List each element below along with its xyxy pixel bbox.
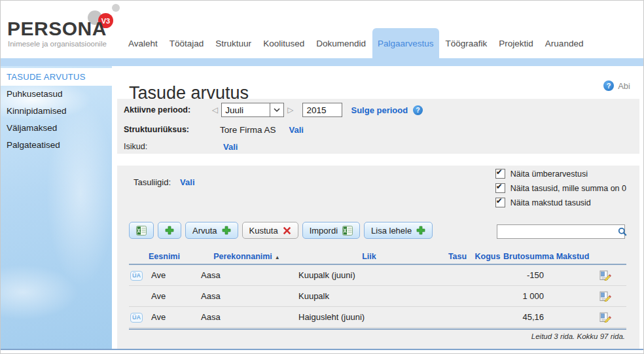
- tab-toograafik[interactable]: Töögraafik: [440, 28, 493, 58]
- logo-dot-small: [112, 4, 120, 12]
- checkbox-label: Näita ümberarvestusi: [510, 169, 588, 179]
- filter-checkboxes: Näita ümberarvestusi Näita tasusid, mill…: [495, 169, 626, 207]
- column-header-liik[interactable]: Liik: [295, 252, 443, 261]
- month-select[interactable]: Juuli: [221, 103, 284, 117]
- checkbox-label: Näita makstud tasusid: [510, 198, 591, 207]
- import-button[interactable]: Impordi: [302, 222, 360, 239]
- cell-first-name: Ave: [149, 312, 198, 322]
- column-header-brutosumma[interactable]: Brutosumma: [503, 252, 553, 261]
- help-icon: ?: [603, 80, 614, 91]
- tab-koolitused[interactable]: Koolitused: [258, 28, 310, 58]
- add-row-button[interactable]: [158, 222, 181, 239]
- top-bar: V3 PERSONA Inimesele ja organisatsioonil…: [1, 1, 643, 58]
- cell-gross-sum: -150: [503, 270, 553, 280]
- excel-icon: [342, 226, 353, 236]
- column-header-kogus[interactable]: Kogus: [472, 252, 503, 261]
- add-to-sheet-button[interactable]: Lisa lehele: [364, 222, 433, 239]
- plus-icon: [222, 226, 231, 235]
- checkbox-label: Näita tasusid, mille summa on 0: [510, 184, 626, 193]
- sidebar-item-kinnipidamised[interactable]: Kinnipidamised: [1, 103, 112, 120]
- period-panel: Aktiivne periood: ◁ Juuli ▷ Sulge perioo…: [117, 99, 639, 154]
- table-header-row: Eesnimi Perekonnanimi▲ Liik Tasu Kogus B…: [129, 249, 626, 265]
- checkbox-show-recalculations[interactable]: Näita ümberarvestusi: [495, 169, 626, 179]
- tab-dokumendid[interactable]: Dokumendid: [311, 28, 371, 58]
- tab-tootajad[interactable]: Töötajad: [164, 28, 209, 58]
- column-header-tasu[interactable]: Tasu: [443, 252, 472, 261]
- table-row: Ave Aasa Kuupalk 1 000: [129, 286, 626, 307]
- main-content: Tasude arvutus ? Abi Aktiivne periood: ◁…: [112, 66, 644, 349]
- cell-last-name: Aasa: [198, 270, 295, 280]
- sidebar-item-valjamaksed[interactable]: Väljamaksed: [1, 120, 112, 137]
- previous-period-icon[interactable]: ◁: [212, 105, 218, 115]
- sidebar-item-tasude-arvutus[interactable]: TASUDE ARVUTUS: [1, 68, 112, 86]
- search-box: [497, 224, 625, 239]
- app-window: V3 PERSONA Inimesele ja organisatsioonil…: [0, 0, 644, 354]
- close-period-help-icon[interactable]: ?: [413, 105, 423, 115]
- checkbox-show-paid[interactable]: Näita makstud tasusid: [495, 198, 626, 207]
- column-header-makstud[interactable]: Makstud: [553, 252, 592, 261]
- checkbox-icon[interactable]: [495, 183, 505, 193]
- search-icon[interactable]: [618, 227, 627, 236]
- cell-first-name: Ave: [149, 291, 198, 301]
- next-period-icon[interactable]: ▷: [287, 105, 293, 115]
- results-table: Eesnimi Perekonnanimi▲ Liik Tasu Kogus B…: [129, 249, 626, 340]
- delete-x-icon: [283, 226, 291, 235]
- close-period-link[interactable]: Sulge periood: [351, 105, 408, 115]
- structural-unit-choose-link[interactable]: Vali: [289, 125, 304, 135]
- tab-struktuur[interactable]: Struktuur: [210, 28, 257, 58]
- brand-logo: V3 PERSONA Inimesele ja organisatsioonil…: [7, 2, 132, 54]
- delete-button[interactable]: Kustuta: [242, 222, 298, 239]
- cell-type: Kuupalk: [295, 291, 443, 301]
- recalculation-badge: ÜA: [130, 271, 143, 281]
- pay-types-choose-link[interactable]: Vali: [180, 177, 194, 187]
- brand-tagline: Inimesele ja organisatsioonile: [8, 40, 107, 48]
- tab-projektid[interactable]: Projektid: [493, 28, 539, 58]
- sidebar-item-palgateatised[interactable]: Palgateatised: [1, 137, 112, 154]
- cell-gross-sum: 45,16: [503, 312, 553, 322]
- cell-last-name: Aasa: [198, 291, 295, 301]
- structural-unit-row: Struktuuriüksus: Tore Firma AS Vali: [124, 123, 304, 136]
- edit-row-icon[interactable]: [592, 291, 626, 302]
- edit-row-icon[interactable]: [592, 312, 626, 323]
- toolbar: Arvuta Kustuta Impordi Lisa lehele: [129, 222, 433, 239]
- column-header-eesnimi[interactable]: Eesnimi: [149, 252, 198, 261]
- tab-avaleht[interactable]: Avaleht: [123, 28, 163, 58]
- import-label: Impordi: [310, 226, 338, 236]
- tab-aruanded[interactable]: Aruanded: [540, 28, 589, 58]
- plus-icon: [165, 226, 174, 235]
- edit-row-icon[interactable]: [592, 270, 626, 281]
- add-to-sheet-label: Lisa lehele: [371, 226, 412, 236]
- column-header-perekonnanimi[interactable]: Perekonnanimi▲: [198, 252, 295, 261]
- table-row: ÜA Ave Aasa Kuupalk (juuni) -150: [129, 265, 626, 286]
- recalculation-badge: ÜA: [130, 313, 143, 323]
- brand-name: PERSONA: [7, 18, 107, 40]
- page-bottom-accent: [1, 349, 643, 350]
- active-period-label: Aktiivne periood:: [124, 105, 209, 115]
- structural-unit-value: Tore Firma AS: [220, 125, 276, 135]
- plus-icon: [416, 226, 425, 235]
- cell-type: Haigusleht (juuni): [295, 312, 443, 322]
- month-select-value: Juuli: [222, 105, 270, 115]
- delete-label: Kustuta: [249, 226, 278, 236]
- export-excel-button[interactable]: [129, 222, 154, 239]
- persons-choose-link[interactable]: Vali: [223, 142, 238, 152]
- year-input[interactable]: [302, 103, 342, 117]
- sidebar-item-puhkusetasud[interactable]: Puhkusetasud: [1, 86, 112, 103]
- cell-gross-sum: 1 000: [503, 291, 553, 301]
- nav-accent-strip: [1, 58, 643, 66]
- list-panel: Tasuliigid: Vali Näita ümberarvestusi Nä…: [117, 166, 639, 349]
- active-period-row: Aktiivne periood: ◁ Juuli ▷ Sulge perioo…: [124, 102, 423, 118]
- chevron-down-icon[interactable]: [270, 103, 283, 116]
- help-label: Abi: [618, 81, 630, 91]
- help-link[interactable]: ? Abi: [603, 80, 630, 91]
- checkbox-show-zero-sum[interactable]: Näita tasusid, mille summa on 0: [495, 183, 626, 193]
- excel-icon: [136, 226, 147, 236]
- table-row: ÜA Ave Aasa Haigusleht (juuni) 45,16: [129, 307, 626, 328]
- checkbox-icon[interactable]: [495, 198, 505, 207]
- tab-palgaarvestus[interactable]: Palgaarvestus: [372, 28, 439, 58]
- sidebar: TASUDE ARVUTUS Puhkusetasud Kinnipidamis…: [1, 66, 112, 349]
- search-input[interactable]: [497, 227, 618, 237]
- pay-types-label: Tasuliigid:: [134, 177, 171, 187]
- calculate-button[interactable]: Arvuta: [185, 222, 238, 239]
- checkbox-icon[interactable]: [495, 169, 505, 179]
